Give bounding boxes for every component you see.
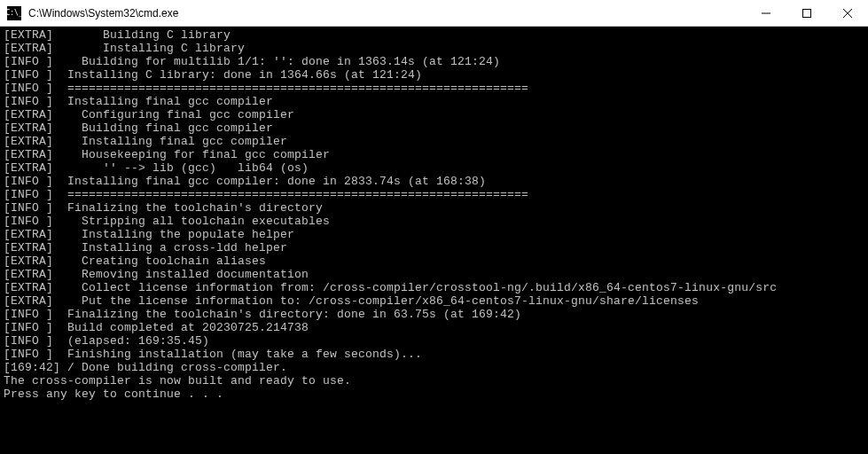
terminal-line: [EXTRA] '' --> lib (gcc) lib64 (os) xyxy=(4,161,864,175)
terminal-line: [INFO ] ================================… xyxy=(4,82,864,95)
svg-rect-1 xyxy=(803,9,811,17)
terminal-line: [INFO ] Installing final gcc compiler: d… xyxy=(4,175,864,188)
terminal-line: [INFO ] Finishing installation (may take… xyxy=(4,348,864,361)
terminal-line: [INFO ] Build completed at 20230725.2147… xyxy=(4,321,864,334)
close-button[interactable] xyxy=(827,0,868,26)
terminal-line: [EXTRA] Installing C library xyxy=(4,42,864,55)
terminal-line: The cross-compiler is now built and read… xyxy=(4,374,864,387)
terminal-output[interactable]: [EXTRA] Building C library[EXTRA] Instal… xyxy=(0,27,868,454)
cmd-icon-text: C:\_ xyxy=(5,10,22,17)
cmd-icon: C:\_ xyxy=(7,6,21,20)
maximize-button[interactable] xyxy=(786,0,827,26)
close-icon xyxy=(843,9,852,18)
minimize-icon xyxy=(762,9,770,18)
terminal-line: [INFO ] Finalizing the toolchain's direc… xyxy=(4,308,864,321)
terminal-line: [EXTRA] Configuring final gcc compiler xyxy=(4,108,864,121)
terminal-line: [EXTRA] Creating toolchain aliases xyxy=(4,254,864,268)
minimize-button[interactable] xyxy=(746,0,786,26)
terminal-line: [INFO ] ================================… xyxy=(4,188,864,201)
maximize-icon xyxy=(802,9,811,18)
terminal-line: [EXTRA] Removing installed documentation xyxy=(4,268,864,281)
terminal-line: Press any key to continue . . . xyxy=(4,387,864,401)
terminal-line: [INFO ] Stripping all toolchain executab… xyxy=(4,215,864,228)
terminal-line: [EXTRA] Building final gcc compiler xyxy=(4,121,864,135)
terminal-line: [EXTRA] Building C library xyxy=(4,28,864,42)
terminal-line: [INFO ] Installing final gcc compiler xyxy=(4,95,864,108)
title-bar: C:\_ C:\Windows\System32\cmd.exe xyxy=(0,0,868,27)
terminal-line: [INFO ] Installing C library: done in 13… xyxy=(4,68,864,82)
terminal-line: [EXTRA] Installing final gcc compiler xyxy=(4,135,864,148)
terminal-line: [INFO ] Building for multilib 1/1: '': d… xyxy=(4,55,864,68)
terminal-line: [EXTRA] Installing a cross-ldd helper xyxy=(4,241,864,254)
terminal-line: [INFO ] Finalizing the toolchain's direc… xyxy=(4,201,864,215)
terminal-line: [EXTRA] Installing the populate helper xyxy=(4,228,864,241)
terminal-line: [EXTRA] Housekeeping for final gcc compi… xyxy=(4,148,864,161)
terminal-line: [EXTRA] Put the license information to: … xyxy=(4,294,864,308)
terminal-line: [169:42] / Done building cross-compiler. xyxy=(4,361,864,374)
window-title: C:\Windows\System32\cmd.exe xyxy=(27,7,746,20)
terminal-line: [EXTRA] Collect license information from… xyxy=(4,281,864,294)
title-bar-controls xyxy=(746,0,868,26)
terminal-line: [INFO ] (elapsed: 169:35.45) xyxy=(4,334,864,348)
